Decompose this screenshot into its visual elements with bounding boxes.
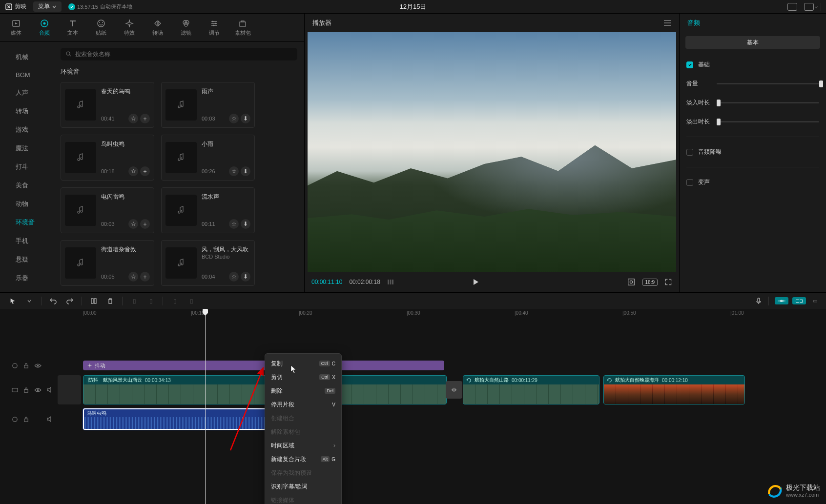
ctx-item[interactable]: 识别字幕/歌词 bbox=[265, 480, 341, 493]
aspect-ratio[interactable]: 16:9 bbox=[642, 279, 658, 286]
category-item[interactable]: 乐器 bbox=[0, 269, 54, 287]
category-item[interactable]: 悬疑 bbox=[0, 250, 54, 269]
playhead[interactable] bbox=[205, 309, 206, 504]
add-button[interactable]: ＋ bbox=[140, 166, 150, 176]
search-box[interactable] bbox=[61, 48, 297, 60]
ctx-item[interactable]: 删除Del bbox=[265, 384, 341, 398]
category-item[interactable]: 美食 bbox=[0, 176, 54, 195]
play-button[interactable] bbox=[471, 277, 480, 287]
lock-icon[interactable] bbox=[23, 363, 29, 369]
asset-card[interactable]: 鸟叫虫鸣00:18☆＋ bbox=[61, 135, 154, 181]
category-item[interactable]: 机械 bbox=[0, 48, 54, 66]
row-denoise[interactable]: 音频降噪 bbox=[686, 148, 819, 156]
row-basic[interactable]: 基础 bbox=[686, 60, 819, 69]
inspector-tab-basic[interactable]: 基本 bbox=[685, 36, 820, 49]
undo-button[interactable] bbox=[46, 295, 60, 307]
eye-icon[interactable] bbox=[34, 363, 41, 369]
category-item[interactable]: 人声 bbox=[0, 83, 54, 102]
layout-icon[interactable] bbox=[804, 3, 814, 11]
fav-button[interactable]: ☆ bbox=[229, 219, 239, 229]
redo-button[interactable] bbox=[63, 295, 77, 307]
download-button[interactable]: ⬇ bbox=[241, 272, 250, 282]
preview-toggle[interactable]: ▭ bbox=[810, 297, 820, 304]
category-item[interactable]: 游戏 bbox=[0, 121, 54, 139]
download-button[interactable]: ⬇ bbox=[241, 219, 250, 229]
cover-thumb[interactable] bbox=[58, 375, 81, 404]
category-item[interactable]: 交通 bbox=[0, 287, 54, 292]
video-clip[interactable]: 航拍大自然晚霞海洋00:00:12:10 bbox=[603, 375, 745, 404]
columns-icon[interactable] bbox=[387, 279, 394, 285]
tool-tab-text[interactable]: 文本 bbox=[59, 19, 87, 37]
transition-indicator[interactable] bbox=[446, 381, 462, 399]
shortcuts-icon[interactable] bbox=[787, 3, 797, 11]
tool-tab-fx[interactable]: 特效 bbox=[115, 19, 144, 37]
asset-card[interactable]: 风，刮风，大风吹BCD Studio00:04☆⬇ bbox=[161, 240, 255, 286]
category-item[interactable]: 环境音 bbox=[0, 213, 54, 232]
tool-tab-media[interactable]: 媒体 bbox=[2, 19, 30, 37]
category-item[interactable]: 打斗 bbox=[0, 158, 54, 176]
add-button[interactable]: ＋ bbox=[140, 272, 150, 282]
tool-tab-audio[interactable]: 音频 bbox=[30, 19, 59, 37]
asset-card[interactable]: 街道嘈杂音效00:05☆＋ bbox=[61, 240, 154, 286]
row-voicefx[interactable]: 变声 bbox=[686, 178, 819, 186]
select-tool[interactable] bbox=[6, 295, 20, 307]
fav-button[interactable]: ☆ bbox=[128, 272, 138, 282]
search-input[interactable] bbox=[75, 51, 292, 58]
ruler[interactable]: |00:00|00:10|00:20|00:30|00:40|00:50|01:… bbox=[83, 309, 826, 319]
tool-tab-adjust[interactable]: 调节 bbox=[200, 19, 228, 37]
snap-toggle[interactable]: ⇥⇤ bbox=[775, 297, 788, 304]
menu-button[interactable]: 菜单 bbox=[33, 1, 62, 12]
category-item[interactable]: 魔法 bbox=[0, 139, 54, 158]
asset-card[interactable]: 雨声00:03☆⬇ bbox=[161, 82, 255, 128]
timeline[interactable]: |00:00|00:10|00:20|00:30|00:40|00:50|01:… bbox=[0, 309, 826, 504]
fadein-slider[interactable] bbox=[717, 102, 819, 103]
fav-button[interactable]: ☆ bbox=[229, 166, 239, 176]
fav-button[interactable]: ☆ bbox=[229, 272, 239, 282]
video-clip[interactable]: 航拍大自然山路00:00:11:29 bbox=[463, 375, 599, 404]
fav-button[interactable]: ☆ bbox=[128, 219, 138, 229]
audio-clip[interactable]: 鸟叫虫鸣 bbox=[83, 408, 276, 430]
ctx-item[interactable]: 复制CtrlC bbox=[265, 357, 341, 370]
fav-button[interactable]: ☆ bbox=[128, 166, 138, 176]
checkbox-icon[interactable] bbox=[686, 149, 693, 156]
add-button[interactable]: ＋ bbox=[140, 114, 150, 123]
mic-icon[interactable] bbox=[755, 297, 763, 305]
tool-tab-sticker[interactable]: 贴纸 bbox=[87, 19, 115, 37]
tool-tab-transition[interactable]: 转场 bbox=[144, 19, 172, 37]
tool-tab-pack[interactable]: 素材包 bbox=[228, 19, 257, 37]
frame-icon[interactable] bbox=[627, 278, 636, 286]
asset-card[interactable]: 电闪雷鸣00:03☆＋ bbox=[61, 187, 154, 233]
fadeout-slider[interactable] bbox=[717, 121, 819, 122]
fav-button[interactable]: ☆ bbox=[128, 114, 138, 123]
video-preview[interactable] bbox=[308, 32, 676, 272]
split-tool[interactable] bbox=[87, 295, 101, 307]
download-button[interactable]: ⬇ bbox=[241, 114, 250, 123]
asset-card[interactable]: 春天的鸟鸣00:41☆＋ bbox=[61, 82, 154, 128]
fullscreen-icon[interactable] bbox=[664, 278, 672, 286]
effect-clip[interactable]: 抖动 bbox=[83, 361, 444, 370]
checkbox-icon[interactable] bbox=[686, 61, 693, 68]
download-button[interactable]: ⬇ bbox=[241, 166, 250, 176]
chevron-down-icon[interactable] bbox=[22, 295, 36, 307]
lock-icon[interactable] bbox=[23, 387, 29, 393]
checkbox-icon[interactable] bbox=[686, 179, 693, 186]
category-item[interactable]: 动物 bbox=[0, 195, 54, 213]
asset-card[interactable]: 小雨00:26☆⬇ bbox=[161, 135, 255, 181]
category-item[interactable]: 手机 bbox=[0, 232, 54, 250]
delete-tool[interactable] bbox=[103, 295, 117, 307]
ctx-item[interactable]: 停用片段V bbox=[265, 398, 341, 411]
mute-icon[interactable] bbox=[46, 386, 53, 393]
asset-card[interactable]: 流水声00:11☆⬇ bbox=[161, 187, 255, 233]
menu-icon[interactable] bbox=[663, 20, 671, 26]
ctx-item[interactable]: 时间区域› bbox=[265, 439, 341, 452]
tool-tab-filter[interactable]: 滤镜 bbox=[172, 19, 200, 37]
category-item[interactable]: BGM bbox=[0, 66, 54, 83]
eye-icon[interactable] bbox=[34, 387, 41, 393]
fav-button[interactable]: ☆ bbox=[229, 114, 239, 123]
link-toggle[interactable]: ⊏⊐ bbox=[792, 297, 806, 304]
volume-slider[interactable] bbox=[717, 83, 819, 84]
add-button[interactable]: ＋ bbox=[140, 219, 150, 229]
lock-icon[interactable] bbox=[23, 416, 29, 423]
mute-icon[interactable] bbox=[46, 416, 53, 423]
ctx-item[interactable]: 剪切CtrlX bbox=[265, 370, 341, 384]
